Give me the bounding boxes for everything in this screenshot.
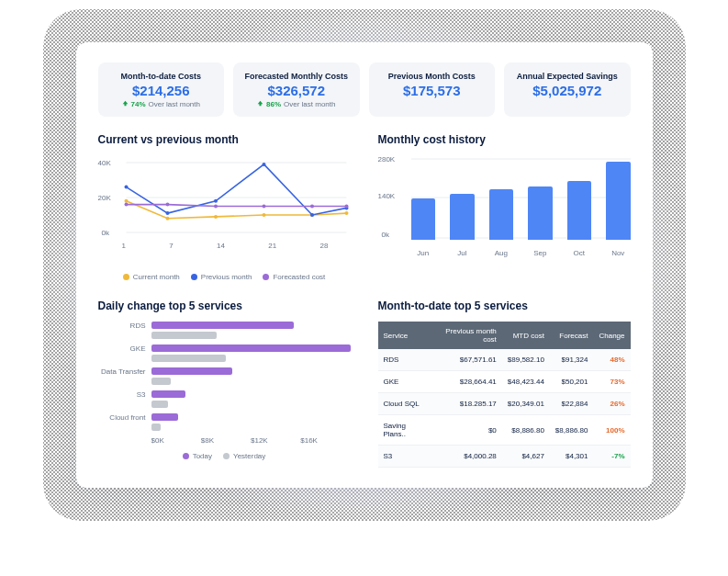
hbar: [151, 322, 295, 329]
line-point: [214, 215, 218, 219]
legend-dot-icon: [123, 274, 129, 280]
legend-dot-icon: [223, 453, 230, 459]
hbar: [151, 390, 186, 398]
cell-service: GKE: [378, 371, 431, 393]
hbar-track: [151, 322, 351, 339]
x-tick: 28: [320, 242, 329, 250]
col-prev: Previous month cost: [431, 322, 501, 349]
kpi-mtd-costs: Month-to-date Costs $214,256 74% Over la…: [98, 62, 225, 117]
kpi-title: Annual Expected Savings: [511, 72, 623, 81]
bar: [606, 162, 631, 240]
legend-label: Forecasted cost: [273, 273, 325, 281]
line-chart-legend: Current month Previous month Forecasted …: [98, 273, 351, 281]
kpi-value: $326,572: [241, 83, 353, 98]
kpi-sub: 86% Over last month: [241, 100, 353, 108]
cell-change: 73%: [593, 371, 630, 393]
legend-item: Current month: [123, 273, 180, 281]
kpi-prev-month: Previous Month Costs $175,573: [369, 62, 496, 117]
cell-forecast: $91,324: [550, 349, 594, 371]
hbar-track: [151, 390, 351, 408]
hbar-label: Cloud front: [98, 413, 146, 423]
line-point: [214, 205, 218, 209]
cell-mtd: $4,627: [502, 446, 550, 468]
bar: [528, 186, 553, 240]
cell-prev: $4,000.28: [431, 446, 501, 468]
x-tick: Nov: [606, 249, 631, 257]
table-row: Cloud SQL$18.285.17$20,349.01$22,88426%: [378, 393, 631, 415]
line-point: [165, 203, 169, 207]
line-point: [124, 203, 128, 207]
hbar-x-labels: $0K $8K $12K $16K: [151, 436, 351, 445]
col-mtd: MTD cost: [502, 322, 550, 349]
cell-mtd: $8,886.80: [502, 415, 550, 446]
section-title: Month-to-date top 5 services: [378, 299, 631, 312]
line-point: [344, 211, 348, 215]
hbar: [151, 355, 226, 362]
kpi-value: $214,256: [106, 83, 218, 98]
y-tick: 0k: [382, 231, 389, 239]
hbar-label: GKE: [98, 344, 146, 354]
cell-mtd: $89,582.10: [502, 349, 550, 371]
line-chart: 40K 20K 0k 1 7 14 21 28: [98, 155, 351, 265]
x-tick: 7: [169, 242, 173, 250]
legend-label: Previous month: [201, 273, 252, 281]
line-point: [344, 205, 348, 209]
legend-label: Today: [193, 452, 212, 460]
x-tick: 21: [268, 242, 276, 250]
line-point: [124, 199, 128, 203]
cell-mtd: $48,423.44: [502, 371, 550, 393]
cell-service: Saving Plans..: [378, 415, 431, 446]
cell-change: -7%: [593, 446, 630, 468]
y-tick: 0k: [102, 229, 109, 237]
section-line-chart: Current vs previous month 40K 20K 0k 1 7…: [98, 133, 351, 281]
hbar-track: [151, 367, 351, 385]
hbar: [151, 413, 179, 421]
kpi-title: Previous Month Costs: [376, 72, 488, 81]
bar-x-labels: JunJulAugSepOctNov: [411, 249, 631, 257]
line-point: [262, 213, 265, 217]
table-row: GKE$28,664.41$48,423.44$50,20173%: [378, 371, 631, 393]
table-row: S3$4,000.28$4,627$4,301-7%: [378, 446, 631, 468]
y-tick: 40K: [98, 159, 111, 167]
col-change: Change: [593, 322, 630, 349]
hbar-chart: RDSGKEData TransferS3Cloud front $0K $8K…: [98, 322, 351, 460]
y-tick: 20K: [98, 194, 111, 202]
x-tick: $16K: [300, 436, 350, 445]
bar-group: [411, 155, 631, 240]
kpi-sub-label: Over last month: [284, 100, 335, 108]
hbar: [151, 378, 172, 385]
glow-frame: Month-to-date Costs $214,256 74% Over la…: [76, 42, 653, 488]
col-forecast: Forecast: [550, 322, 594, 349]
hbar-track: [151, 344, 351, 362]
hbar-row: Cloud front: [98, 413, 351, 431]
legend-label: Yesterday: [233, 452, 265, 460]
bar: [489, 189, 514, 240]
hbar-label: Data Transfer: [98, 367, 146, 377]
line-point: [124, 186, 128, 189]
line-point: [262, 163, 265, 166]
hbar-row: Data Transfer: [98, 367, 351, 385]
hbar-row: RDS: [98, 322, 351, 339]
section-hbar-chart: Daily change top 5 services RDSGKEData T…: [98, 299, 351, 468]
cell-change: 100%: [593, 415, 630, 446]
x-tick: Jul: [450, 249, 475, 257]
line-point: [165, 211, 169, 215]
line-point: [214, 199, 218, 203]
services-table: Service Previous month cost MTD cost For…: [378, 322, 631, 468]
x-tick: Aug: [489, 249, 514, 257]
legend-item: Forecasted cost: [263, 273, 325, 281]
line-point: [262, 205, 265, 209]
line-point: [310, 213, 314, 217]
cell-forecast: $4,301: [550, 446, 594, 468]
cell-service: Cloud SQL: [378, 393, 431, 415]
legend-item: Previous month: [191, 273, 252, 281]
col-service: Service: [378, 322, 431, 349]
kpi-row: Month-to-date Costs $214,256 74% Over la…: [98, 62, 631, 117]
legend-label: Current month: [133, 273, 180, 281]
kpi-pct: 74%: [131, 100, 146, 108]
kpi-sub-label: Over last month: [149, 100, 200, 108]
hbar-legend: Today Yesterday: [98, 452, 351, 460]
hbar: [151, 367, 232, 375]
section-title: Daily change top 5 services: [98, 299, 351, 312]
hbar-label: S3: [98, 390, 146, 400]
